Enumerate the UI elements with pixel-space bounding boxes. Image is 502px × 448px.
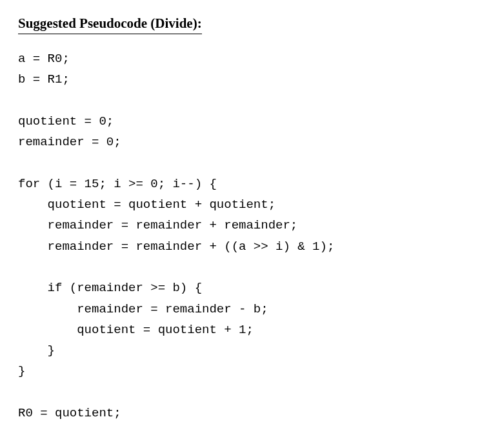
- pseudocode-block: a = R0; b = R1; quotient = 0; remainder …: [18, 48, 484, 423]
- code-line: }: [18, 343, 55, 358]
- code-line: remainder = 0;: [18, 135, 121, 149]
- section-heading: Suggested Pseudocode (Divide):: [18, 15, 202, 34]
- code-line: quotient = quotient + 1;: [18, 323, 254, 337]
- code-line: a = R0;: [18, 52, 70, 66]
- code-line: if (remainder >= b) {: [18, 281, 202, 295]
- code-line: b = R1;: [18, 72, 70, 87]
- code-line: remainder = remainder + ((a >> i) & 1);: [18, 239, 334, 254]
- code-line: R0 = quotient;: [18, 406, 121, 420]
- code-line: }: [18, 364, 25, 378]
- code-line: remainder = remainder + remainder;: [18, 218, 297, 232]
- code-line: for (i = 15; i >= 0; i--) {: [18, 177, 217, 191]
- code-line: quotient = quotient + quotient;: [18, 198, 276, 212]
- code-line: quotient = 0;: [18, 114, 114, 128]
- code-line: remainder = remainder - b;: [18, 302, 268, 316]
